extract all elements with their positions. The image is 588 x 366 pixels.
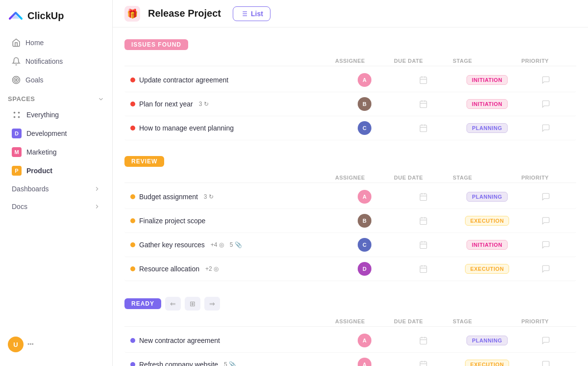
toolbar-btn-3[interactable]: ⇒	[204, 297, 220, 311]
priority-dot	[130, 266, 135, 271]
calendar-icon	[419, 240, 428, 249]
task-name: Budget assignment 3 ↻	[130, 193, 335, 201]
svg-rect-17	[420, 101, 427, 108]
priority-dot	[130, 194, 135, 199]
svg-point-3	[14, 112, 16, 114]
col-assignee: ASSIGNEE	[335, 58, 394, 64]
user-avatar-area[interactable]: U •••	[0, 331, 112, 358]
avatar: C	[358, 238, 371, 252]
toolbar-btn-2[interactable]: ⊞	[185, 297, 200, 311]
stage-badge: EXECUTION	[465, 264, 510, 274]
task-name: Refresh company website 5 📎	[130, 361, 335, 366]
stage-cell: INITIATION	[453, 240, 521, 250]
priority-cell	[521, 360, 570, 366]
stage-badge: EXECUTION	[465, 360, 510, 366]
task-badge: +2 ◎	[205, 265, 219, 272]
task-label: Plan for next year	[139, 100, 193, 108]
assignee-cell: B	[335, 214, 394, 228]
sidebar-item-home[interactable]: Home	[4, 34, 108, 52]
section-review: REVIEW ASSIGNEE DUE DATE STAGE PRIORITY …	[124, 156, 576, 281]
table-row[interactable]: How to manage event planning C PLANNING	[124, 116, 576, 140]
sidebar-item-development[interactable]: D Development	[4, 125, 108, 142]
avatar: A	[358, 334, 371, 347]
priority-dot	[130, 362, 135, 366]
table-row[interactable]: Plan for next year 3 ↻ B INITIATION	[124, 92, 576, 116]
priority-cell	[521, 264, 570, 273]
sidebar-item-product[interactable]: P Product	[4, 162, 108, 180]
sidebar-item-marketing[interactable]: M Marketing	[4, 143, 108, 161]
stage-badge: PLANNING	[466, 192, 507, 202]
sidebar-item-dashboards[interactable]: Dashboards	[4, 181, 108, 197]
avatar: B	[358, 214, 371, 228]
stage-badge: EXECUTION	[465, 216, 510, 226]
priority-cell	[521, 100, 570, 108]
task-name: Finalize project scope	[130, 217, 335, 225]
section-ready-label: READY	[124, 298, 161, 309]
assignee-cell: B	[335, 97, 394, 111]
calendar-icon	[419, 216, 428, 225]
spaces-section-header: Spaces	[0, 89, 112, 105]
due-date-cell	[394, 192, 453, 201]
comment-icon	[541, 76, 550, 84]
task-label: Resource allocation	[139, 265, 199, 273]
task-badge: 3 ↻	[204, 193, 214, 200]
task-badge: +4 ◎	[211, 241, 224, 248]
stage-cell: EXECUTION	[453, 216, 521, 226]
stage-cell: PLANNING	[453, 336, 521, 345]
table-row[interactable]: Finalize project scope B EXECUTION	[124, 209, 576, 233]
calendar-icon	[419, 360, 428, 366]
col-priority: PRIORITY	[521, 318, 570, 324]
home-icon	[12, 38, 21, 47]
comment-icon	[541, 100, 550, 108]
development-space-icon: D	[12, 129, 22, 138]
sidebar-item-docs[interactable]: Docs	[4, 198, 108, 215]
toolbar-btn-1[interactable]: ⇐	[165, 297, 181, 311]
spaces-label: Spaces	[8, 95, 35, 103]
col-stage: STAGE	[453, 175, 521, 181]
assignee-cell: C	[335, 121, 394, 135]
calendar-icon	[419, 192, 428, 201]
sidebar-item-product-label: Product	[26, 167, 52, 175]
calendar-icon	[419, 264, 428, 273]
sidebar-item-notifications[interactable]: Notifications	[4, 52, 108, 70]
stage-cell: PLANNING	[453, 192, 521, 202]
col-stage: STAGE	[453, 318, 521, 324]
comment-icon	[541, 240, 550, 249]
chevron-down-icon	[98, 96, 104, 103]
logo-text: ClickUp	[27, 10, 64, 22]
content-area[interactable]: ISSUES FOUND ASSIGNEE DUE DATE STAGE PRI…	[113, 27, 588, 366]
table-row[interactable]: Resource allocation +2 ◎ D EXECUTION	[124, 257, 576, 281]
comment-icon	[541, 336, 550, 345]
svg-rect-25	[420, 194, 427, 201]
table-row[interactable]: Budget assignment 3 ↻ A PLANNING	[124, 185, 576, 209]
clickup-logo-icon	[8, 8, 24, 24]
sidebar-item-everything[interactable]: Everything	[4, 106, 108, 124]
sidebar-item-marketing-label: Marketing	[26, 148, 56, 156]
table-row[interactable]: New contractor agreement A PLANNING	[124, 329, 576, 353]
priority-dot	[130, 126, 135, 131]
avatar: A	[358, 73, 371, 87]
table-row[interactable]: Gather key resources +4 ◎ 5 📎 C INITIATI…	[124, 233, 576, 257]
table-row[interactable]: Update contractor agreement A INITIATION	[124, 68, 576, 92]
priority-dot	[130, 338, 135, 343]
task-label: Gather key resources	[139, 241, 205, 249]
avatar: A	[358, 358, 371, 366]
priority-cell	[521, 240, 570, 249]
col-task	[130, 58, 335, 64]
table-row[interactable]: Refresh company website 5 📎 A EXECUTION	[124, 353, 576, 366]
task-label: How to manage event planning	[139, 124, 234, 132]
stage-badge: INITIATION	[466, 75, 508, 85]
project-icon: 🎁	[124, 6, 140, 22]
section-ready: READY ⇐ ⊞ ⇒ ASSIGNEE DUE DATE STAGE PRIO…	[124, 297, 576, 366]
stage-cell: PLANNING	[453, 123, 521, 133]
list-view-button[interactable]: List	[233, 6, 270, 21]
svg-point-6	[18, 116, 20, 118]
priority-cell	[521, 336, 570, 345]
col-stage: STAGE	[453, 58, 521, 64]
task-name: Update contractor agreement	[130, 76, 335, 84]
priority-dot	[130, 242, 135, 247]
task-name: Plan for next year 3 ↻	[130, 100, 335, 108]
priority-cell	[521, 192, 570, 201]
logo: ClickUp	[0, 8, 112, 33]
sidebar-item-goals[interactable]: Goals	[4, 71, 108, 89]
